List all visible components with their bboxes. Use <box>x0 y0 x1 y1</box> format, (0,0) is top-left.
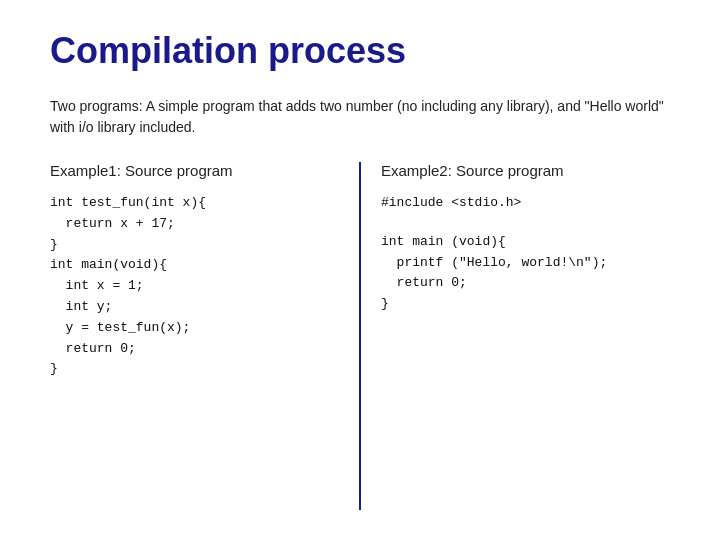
code-line: int main (void){ <box>381 232 670 253</box>
page-title: Compilation process <box>50 30 670 72</box>
code-line: return x + 17; <box>50 214 339 235</box>
code-line: int x = 1; <box>50 276 339 297</box>
description: Two programs: A simple program that adds… <box>50 96 670 138</box>
left-code-block: int test_fun(int x){ return x + 17;}int … <box>50 193 339 380</box>
right-code-block: int main (void){ printf ("Hello, world!\… <box>381 232 670 315</box>
right-column: Example2: Source program #include <stdio… <box>359 162 670 510</box>
code-line: int main(void){ <box>50 255 339 276</box>
columns: Example1: Source program int test_fun(in… <box>50 162 670 510</box>
code-line: } <box>381 294 670 315</box>
code-line: } <box>50 359 339 380</box>
left-col-title: Example1: Source program <box>50 162 339 179</box>
code-line: return 0; <box>50 339 339 360</box>
page: Compilation process Two programs: A simp… <box>0 0 720 540</box>
left-column: Example1: Source program int test_fun(in… <box>50 162 359 510</box>
right-col-title: Example2: Source program <box>381 162 670 179</box>
right-include: #include <stdio.h> <box>381 193 670 214</box>
code-line: } <box>50 235 339 256</box>
code-line: printf ("Hello, world!\n"); <box>381 253 670 274</box>
code-line: y = test_fun(x); <box>50 318 339 339</box>
code-line: int y; <box>50 297 339 318</box>
code-line: int test_fun(int x){ <box>50 193 339 214</box>
code-line: return 0; <box>381 273 670 294</box>
